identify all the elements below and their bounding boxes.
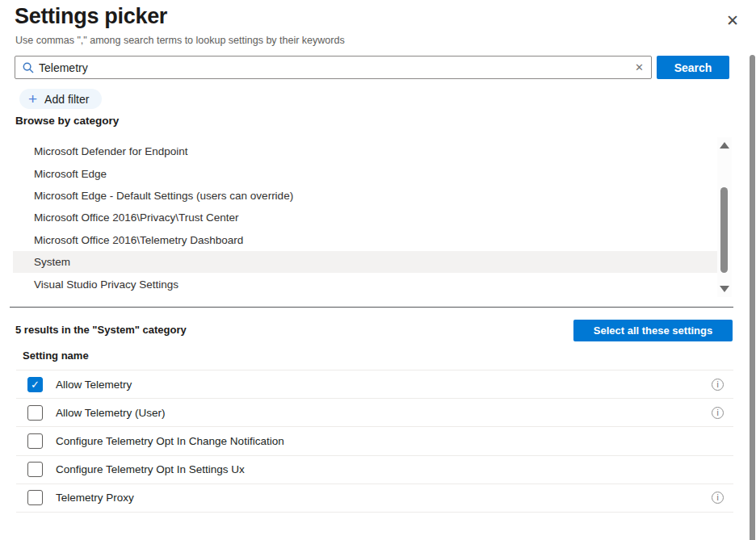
category-item[interactable]: Microsoft Edge - Default Settings (users… [13,185,718,207]
info-icon[interactable]: i [712,379,724,391]
category-item[interactable]: System [13,251,718,273]
category-item-label: Microsoft Office 2016\Telemetry Dashboar… [34,234,243,246]
category-scrollbar-thumb[interactable] [720,187,728,273]
page-subtitle: Use commas "," among search terms to loo… [15,35,345,46]
section-divider [10,307,733,308]
setting-label: Allow Telemetry (User) [56,407,166,419]
checkbox[interactable] [27,433,43,449]
add-filter-button[interactable]: + Add filter [19,89,102,109]
setting-row: ✓ Allow Telemetry i [16,370,733,399]
category-item[interactable]: Microsoft Edge [13,162,718,184]
add-filter-label: Add filter [44,93,89,106]
category-item-label: Visual Studio Privacy Settings [34,278,178,291]
checkbox[interactable] [27,462,43,477]
category-item[interactable]: Microsoft Office 2016\Telemetry Dashboar… [13,229,718,251]
clear-search-icon[interactable]: ✕ [635,61,644,73]
setting-label: Configure Telemetry Opt In Change Notifi… [56,435,284,447]
select-all-button[interactable]: Select all these settings [573,320,733,341]
setting-label: Allow Telemetry [56,379,132,391]
setting-label: Telemetry Proxy [56,492,134,504]
category-item-label: Microsoft Edge [34,168,107,180]
category-item[interactable]: Visual Studio Privacy Settings [13,273,718,295]
info-icon[interactable]: i [712,407,724,419]
results-summary: 5 results in the "System" category [15,324,187,336]
category-item[interactable]: Microsoft Defender for Endpoint [13,140,718,162]
setting-row: Allow Telemetry (User) i [16,399,733,427]
setting-row: Configure Telemetry Opt In Change Notifi… [16,427,733,455]
category-list: Microsoft Defender for Endpoint Microsof… [13,140,718,295]
info-icon[interactable]: i [712,492,724,504]
category-item-label: Microsoft Edge - Default Settings (users… [34,190,293,202]
browse-by-category-label: Browse by category [15,115,119,127]
page-scrollbar-thumb[interactable] [750,55,755,540]
setting-row: Configure Telemetry Opt In Settings Ux i [16,456,733,484]
search-icon [23,62,34,73]
category-item-label: Microsoft Office 2016\Privacy\Trust Cent… [34,211,239,224]
checkbox[interactable]: ✓ [27,377,43,392]
scroll-down-icon[interactable] [720,286,729,292]
checkbox[interactable] [27,490,43,505]
plus-icon: + [28,91,37,107]
setting-name-column-header: Setting name [23,350,89,362]
category-scrollbar[interactable] [717,137,732,297]
close-icon[interactable]: ✕ [721,10,744,32]
setting-label: Configure Telemetry Opt In Settings Ux [56,463,245,475]
setting-row: Telemetry Proxy i [16,484,733,513]
page-title: Settings picker [15,4,167,29]
check-icon: ✓ [31,379,40,390]
category-item[interactable]: Microsoft Office 2016\Privacy\Trust Cent… [13,207,718,228]
page-scrollbar[interactable] [750,55,755,540]
settings-table: ✓ Allow Telemetry i Allow Telemetry (Use… [16,370,733,513]
search-button[interactable]: Search [657,56,729,79]
search-box: ✕ [15,56,652,79]
search-input[interactable] [34,61,635,74]
category-item-label: System [34,256,70,268]
checkbox[interactable] [27,405,43,421]
category-item-label: Microsoft Defender for Endpoint [34,145,188,157]
scroll-up-icon[interactable] [720,142,729,149]
